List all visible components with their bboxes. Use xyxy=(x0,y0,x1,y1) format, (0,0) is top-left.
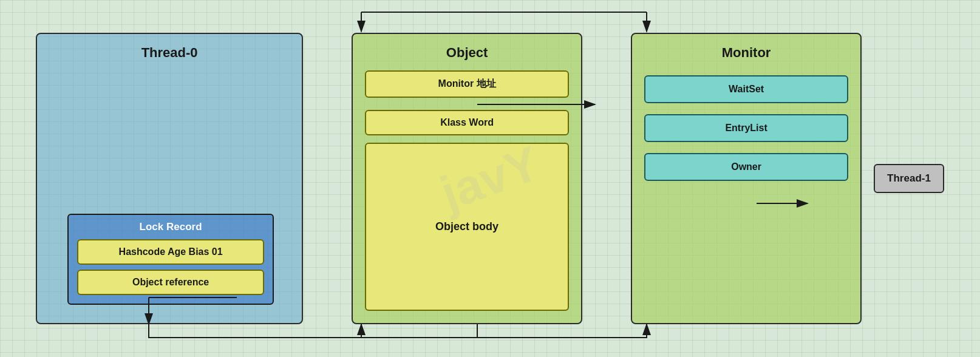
connector-right xyxy=(582,33,631,324)
lock-record-title: Lock Record xyxy=(77,221,264,233)
monitor-title: Monitor xyxy=(722,45,771,61)
klass-word-field: Klass Word xyxy=(365,110,569,135)
thread0-box: Thread-0 Lock Record Hashcode Age Bias 0… xyxy=(36,33,303,324)
monitor-box: Monitor WaitSet EntryList Owner xyxy=(631,33,862,324)
connector-left xyxy=(303,33,352,324)
entrylist-item: EntryList xyxy=(644,114,848,142)
object-body: Object body xyxy=(365,143,569,311)
object-fields: Monitor 地址 Klass Word xyxy=(365,70,569,135)
monitor-items: WaitSet EntryList Owner xyxy=(644,75,848,181)
monitor-address-field: Monitor 地址 xyxy=(365,70,569,98)
thread1-box: Thread-1 xyxy=(874,164,944,193)
thread0-title: Thread-0 xyxy=(141,45,198,61)
object-box: Object Monitor 地址 Klass Word Object body xyxy=(352,33,582,324)
owner-item: Owner xyxy=(644,153,848,181)
lock-record-box: Lock Record Hashcode Age Bias 01 Object … xyxy=(67,214,274,305)
waitset-item: WaitSet xyxy=(644,75,848,103)
hashcode-field: Hashcode Age Bias 01 xyxy=(77,239,264,265)
object-reference-field: Object reference xyxy=(77,270,264,295)
diagram-container: Thread-0 Lock Record Hashcode Age Bias 0… xyxy=(0,0,980,357)
object-title: Object xyxy=(446,45,488,61)
